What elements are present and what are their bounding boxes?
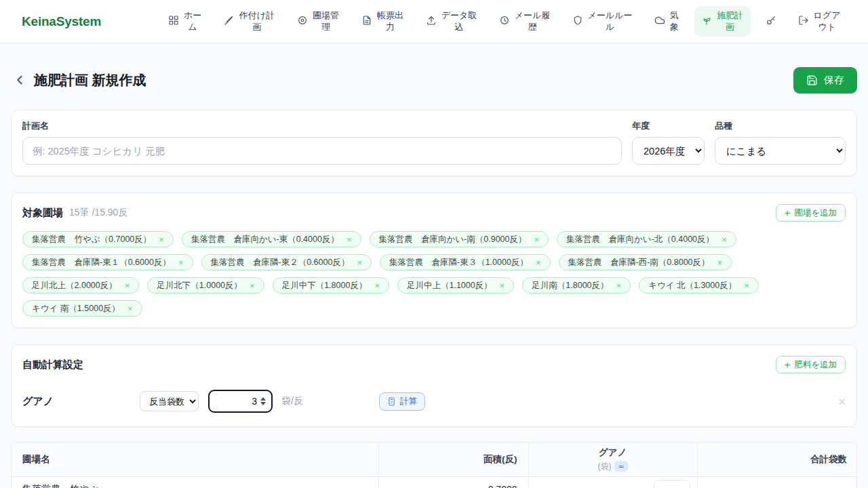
nav-item-mail-history[interactable]: メール履歴 [492,6,557,37]
remove-tag-icon[interactable]: × [159,235,164,244]
top-navigation: KeinaSystem ホーム 作付け計画 圃場管理 帳票出力 データ取込 メー… [0,0,868,43]
field-tag: 集落営農 倉庫隣-東２（0.6000反） × [201,254,372,270]
field-tag-label: キウイ 南（1.5000反） [32,303,120,314]
field-tag-label: 足川北下（1.0000反） [157,280,242,291]
plus-icon: + [785,208,790,218]
field-tag-label: 集落営農 倉庫向かい-北（0.4000反） [566,234,714,245]
remove-tag-icon[interactable]: × [178,258,184,267]
remove-tag-icon[interactable]: × [744,281,749,290]
col-fertilizer-label: グアノ [540,447,686,459]
logout-icon [798,15,809,28]
remove-tag-icon[interactable]: × [125,281,130,290]
fertilizer-name: グアノ [22,395,140,408]
nav-item-label: データ取込 [441,10,477,33]
auto-calc-card: 自動計算設定 + 肥料を追加 グアノ 反当袋数 3 袋/反 計算 [11,344,857,427]
app-logo[interactable]: KeinaSystem [22,14,101,29]
remove-fertilizer-icon[interactable]: × [838,395,846,408]
back-button[interactable] [11,71,28,89]
save-button-label: 保存 [824,74,844,87]
field-tag: 集落営農 倉庫隣-西-南（0.8000反） × [559,254,732,270]
add-field-button[interactable]: + 圃場を追加 [776,204,846,222]
map-pin-icon [297,15,308,28]
variety-field: 品種 にこまる [715,120,846,165]
nav-item-password[interactable] [759,11,783,32]
sprout-icon [701,15,712,28]
field-tag-label: 集落営農 倉庫隣-西-南（0.8000反） [568,257,710,268]
row-area: 0.7000 [378,476,528,488]
remove-tag-icon[interactable]: × [722,235,727,244]
field-tag-label: 集落営農 倉庫隣-東１（0.6000反） [32,257,171,268]
field-tag-label: 集落営農 倉庫向かい-東（0.4000反） [191,234,339,245]
field-tag: 足川中上（1.1000反） × [397,277,514,293]
col-total-bags: 合計袋数 [697,443,857,476]
fertilizer-row: グアノ 反当袋数 3 袋/反 計算 × [22,390,846,413]
remove-tag-icon[interactable]: × [534,235,539,244]
remove-tag-icon[interactable]: × [616,281,622,290]
auto-calc-title: 自動計算設定 [22,359,83,371]
field-tag: 集落営農 倉庫向かい-東（0.4000反） × [182,231,361,247]
remove-tag-icon[interactable]: × [127,304,133,313]
plan-form-card: 計画名 年度 2026年度 品種 にこまる [11,110,857,176]
approx-badge[interactable]: ≃ [614,461,627,472]
auto-calc-header: 自動計算設定 + 肥料を追加 [22,356,846,373]
nav-item-logout[interactable]: ログアウト [791,6,848,37]
calculate-button[interactable]: 計算 [379,392,425,411]
add-fertilizer-button[interactable]: + 肥料を追加 [776,356,846,373]
nav-item-label: 圃場管理 [312,10,340,33]
nav-item-data-import[interactable]: データ取込 [419,6,484,37]
year-select[interactable]: 2026年度 [632,137,705,165]
variety-label: 品種 [715,120,846,132]
remove-tag-icon[interactable]: × [717,258,723,267]
target-fields-summary: 15筆 /15.90反 [69,207,127,219]
calculate-button-label: 計算 [400,396,417,407]
remove-tag-icon[interactable]: × [347,235,352,244]
results-table-card: 圃場名 面積(反) グアノ (袋) ≃ 合計袋数 集落営農 [11,442,857,488]
key-icon [766,15,776,28]
unit-label: 袋/反 [281,395,303,407]
target-fields-header: 対象圃場 15筆 /15.90反 + 圃場を追加 [22,204,846,222]
nav-item-mail-rules[interactable]: メールルール [566,6,639,37]
field-tag: 足川北上（2.0000反） × [22,277,139,293]
nav-item-label: 帳票出力 [376,10,404,33]
nav-item-label: ホーム [183,10,202,33]
nav-item-weather[interactable]: 気象 [648,6,686,37]
stepper-up-icon[interactable] [260,397,266,401]
bags-per-tan-input[interactable]: 3 [208,390,273,413]
guano-bags-input[interactable]: - [654,480,690,488]
grid-icon [168,15,179,28]
col-area: 面積(反) [378,443,528,476]
nav-item-label: 作付け計画 [239,10,275,33]
col-fertilizer: グアノ (袋) ≃ [528,443,697,476]
field-tag-label: キウイ 北（1.3000反） [648,280,736,291]
nav-item-home[interactable]: ホーム [161,6,209,37]
remove-tag-icon[interactable]: × [357,258,362,267]
results-table: 圃場名 面積(反) グアノ (袋) ≃ 合計袋数 集落営農 [12,443,857,488]
target-fields-title: 対象圃場 [22,207,63,220]
col-fertilizer-sub: (袋) ≃ [540,461,686,472]
nav-item-field-management[interactable]: 圃場管理 [290,6,347,37]
field-tag: 集落営農 竹やぶ（0.7000反） × [22,231,174,247]
remove-tag-icon[interactable]: × [500,281,505,290]
nav-item-report-output[interactable]: 帳票出力 [355,6,411,37]
year-field: 年度 2026年度 [632,120,705,165]
field-tag: キウイ 北（1.3000反） × [639,277,759,293]
history-clock-icon [499,15,510,28]
remove-tag-icon[interactable]: × [536,258,541,267]
remove-tag-icon[interactable]: × [250,281,255,290]
save-button[interactable]: 保存 [793,67,857,94]
nav-items: ホーム 作付け計画 圃場管理 帳票出力 データ取込 メール履歴 メールルール [161,6,848,37]
nav-item-fertilization-plan[interactable]: 施肥計画 [694,6,751,37]
stepper-down-icon[interactable] [260,402,266,405]
calc-mode-select[interactable]: 反当袋数 [140,391,199,411]
plan-name-label: 計画名 [22,120,622,132]
field-tag-label: 集落営農 倉庫隣-東２（0.6000反） [211,257,350,268]
plan-name-input[interactable] [22,137,622,165]
variety-select[interactable]: にこまる [715,137,846,165]
nav-item-planting-plan[interactable]: 作付け計画 [217,6,282,37]
remove-tag-icon[interactable]: × [374,281,380,290]
field-tag: 足川中下（1.8000反） × [273,277,389,293]
nav-item-label: ログアウト [813,10,841,33]
document-icon [361,15,372,28]
add-fertilizer-button-label: 肥料を追加 [794,359,837,371]
main-content: 施肥計画 新規作成 保存 計画名 年度 2026年度 品種 にこまる 対象圃場 … [0,66,868,488]
